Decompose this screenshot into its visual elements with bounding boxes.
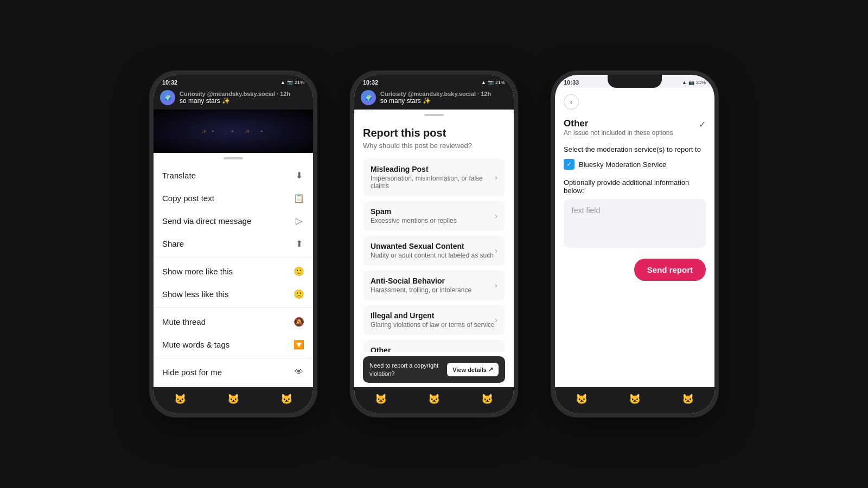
menu-label-translate: Translate	[162, 171, 293, 180]
menu-item-mute-thread[interactable]: Mute thread 🔕	[154, 310, 313, 333]
antisocial-title: Anti-Social Behavior	[371, 277, 495, 285]
illegal-title: Illegal and Urgent	[371, 311, 495, 320]
status-icons-2: ▲ 📷 21%	[481, 80, 505, 85]
app-header-1: 🌍 Curiosity @meandsky.bsky.social · 12h …	[154, 88, 313, 110]
cat-icon-3-3: 🐱	[682, 393, 694, 405]
menu-item-show-more[interactable]: Show more like this 🙂	[154, 260, 313, 282]
selected-option-info: Other An issue not included in these opt…	[564, 118, 673, 137]
time-2: 10:32	[363, 79, 378, 86]
notch-3	[608, 75, 662, 88]
nav-item-2[interactable]: 🐱	[226, 391, 241, 407]
nav-item-3-1[interactable]: 🐱	[574, 391, 589, 407]
report-option-sexual-content: Unwanted Sexual Content Nudity or adult …	[371, 242, 495, 259]
arrow-icon-2: ›	[495, 211, 497, 220]
sexual-title: Unwanted Sexual Content	[371, 242, 495, 251]
arrow-icon: ›	[495, 173, 497, 182]
avatar-1: 🌍	[160, 90, 175, 105]
phone-1: 10:32 ▲ 📷 21% 🌍 Curiosity @meandsky.bsky…	[149, 70, 317, 418]
misleading-desc: Impersonation, misinformation, or false …	[371, 175, 495, 190]
report-option-illegal-content: Illegal and Urgent Glaring violations of…	[371, 311, 495, 329]
menu-item-translate[interactable]: Translate ⬇	[154, 164, 313, 187]
back-button[interactable]: ‹	[564, 94, 579, 110]
time-3: 10:33	[564, 79, 579, 86]
nav-item-2-1[interactable]: 🐱	[373, 391, 388, 407]
arrow-icon-5: ›	[495, 316, 497, 324]
report-option-misleading[interactable]: Misleading Post Impersonation, misinform…	[363, 158, 505, 196]
other-content: Other An issue not included in these opt…	[555, 114, 714, 387]
report-option-spam-content: Spam Excessive mentions or replies	[371, 207, 495, 224]
sexual-desc: Nudity or adult content not labeled as s…	[371, 252, 495, 259]
report-option-misleading-content: Misleading Post Impersonation, misinform…	[371, 165, 495, 190]
show-more-icon: 🙂	[293, 266, 304, 277]
translate-icon: ⬇	[293, 170, 304, 181]
app-header-2: 🌍 Curiosity @meandsky.bsky.social · 12h …	[354, 88, 514, 110]
service-name: Bluesky Moderation Service	[579, 160, 666, 169]
report-option-illegal[interactable]: Illegal and Urgent Glaring violations of…	[363, 305, 505, 335]
report-option-antisocial-content: Anti-Social Behavior Harassment, trollin…	[371, 277, 495, 294]
copy-icon: 📋	[293, 192, 304, 203]
report-option-other-content: Other An issue not included in these opt…	[371, 346, 495, 352]
nav-item-2-2[interactable]: 🐱	[426, 391, 442, 407]
bottom-nav-1: 🐱 🐱 🐱	[154, 387, 313, 413]
user-info-2: Curiosity @meandsky.bsky.social · 12h so…	[380, 91, 507, 105]
menu-item-mute-words[interactable]: Mute words & tags 🔽	[154, 333, 313, 356]
text-field-placeholder: Text field	[570, 206, 600, 215]
nav-item-1[interactable]: 🐱	[173, 391, 188, 407]
moderation-service-row: ✓ Bluesky Moderation Service	[564, 159, 706, 170]
screen-2: 10:32 ▲ 📷 21% 🌍 Curiosity @meandsky.bsky…	[354, 75, 514, 413]
spam-desc: Excessive mentions or replies	[371, 217, 495, 224]
cat-icon-3-2: 🐱	[629, 393, 641, 405]
bluesky-checkbox[interactable]: ✓	[564, 159, 575, 170]
other-selected-title: Other	[564, 118, 673, 129]
cat-icon-3: 🐱	[280, 393, 292, 405]
menu-item-copy-post-text[interactable]: Copy post text 📋	[154, 187, 313, 209]
menu-label-hide-post: Hide post for me	[162, 368, 293, 377]
text-field[interactable]: Text field	[564, 199, 706, 248]
dm-icon: ▷	[293, 215, 304, 226]
menu-item-hide-post[interactable]: Hide post for me 👁	[154, 361, 313, 383]
checkmark-icon: ✓	[699, 119, 706, 130]
nav-item-3[interactable]: 🐱	[279, 391, 294, 407]
phone-2: 10:32 ▲ 📷 21% 🌍 Curiosity @meandsky.bsky…	[350, 70, 518, 418]
selected-option-row: Other An issue not included in these opt…	[564, 118, 706, 137]
nav-item-2-3[interactable]: 🐱	[480, 391, 495, 407]
notch-2	[407, 75, 461, 88]
send-report-button[interactable]: Send report	[634, 259, 706, 281]
menu-item-send-dm[interactable]: Send via direct message ▷	[154, 209, 313, 232]
phones-container: 10:32 ▲ 📷 21% 🌍 Curiosity @meandsky.bsky…	[127, 49, 741, 439]
post-text-2: so many stars ✨	[380, 97, 507, 105]
report-option-other[interactable]: Other An issue not included in these opt…	[363, 339, 505, 352]
menu-section-4: Hide post for me 👁	[154, 358, 313, 386]
report-option-sexual[interactable]: Unwanted Sexual Content Nudity or adult …	[363, 235, 505, 266]
arrow-icon-6: ›	[495, 350, 497, 352]
menu-label-share: Share	[162, 239, 293, 248]
report-option-spam[interactable]: Spam Excessive mentions or replies ›	[363, 201, 505, 231]
report-option-antisocial[interactable]: Anti-Social Behavior Harassment, trollin…	[363, 270, 505, 300]
nav-item-3-3[interactable]: 🐱	[680, 391, 695, 407]
menu-item-show-less[interactable]: Show less like this 🙁	[154, 282, 313, 305]
spam-title: Spam	[371, 207, 495, 216]
phone-3: 10:33 ▲ 📷 21% ‹	[551, 70, 719, 418]
antisocial-desc: Harassment, trolling, or intolerance	[371, 286, 495, 294]
avatar-2: 🌍	[361, 90, 376, 105]
cat-icon-2-1: 🐱	[375, 393, 387, 405]
arrow-icon-4: ›	[495, 281, 497, 290]
external-link-icon: ↗	[488, 366, 493, 373]
report-subtitle: Why should this post be reviewed?	[363, 142, 505, 150]
hide-icon: 👁	[293, 367, 304, 377]
menu-item-share[interactable]: Share ⬆	[154, 232, 313, 255]
username-1: Curiosity @meandsky.bsky.social · 12h	[180, 91, 307, 97]
bottom-sheet-1: Translate ⬇ Copy post text 📋 Send via di…	[154, 153, 313, 387]
status-icons-3: ▲ 📷 21%	[682, 80, 706, 85]
screen-1: 10:32 ▲ 📷 21% 🌍 Curiosity @meandsky.bsky…	[154, 75, 313, 413]
background: 10:32 ▲ 📷 21% 🌍 Curiosity @meandsky.bsky…	[0, 0, 868, 488]
time-1: 10:32	[162, 79, 177, 86]
user-info-1: Curiosity @meandsky.bsky.social · 12h so…	[180, 91, 307, 105]
nav-item-3-2[interactable]: 🐱	[627, 391, 642, 407]
illegal-desc: Glaring violations of law or terms of se…	[371, 321, 495, 329]
view-details-button[interactable]: View details ↗	[447, 363, 499, 376]
bottom-nav-2: 🐱 🐱 🐱	[354, 387, 514, 413]
username-2: Curiosity @meandsky.bsky.social · 12h	[380, 91, 507, 97]
report-header: Report this post Why should this post be…	[354, 118, 514, 154]
arrow-icon-3: ›	[495, 246, 497, 255]
